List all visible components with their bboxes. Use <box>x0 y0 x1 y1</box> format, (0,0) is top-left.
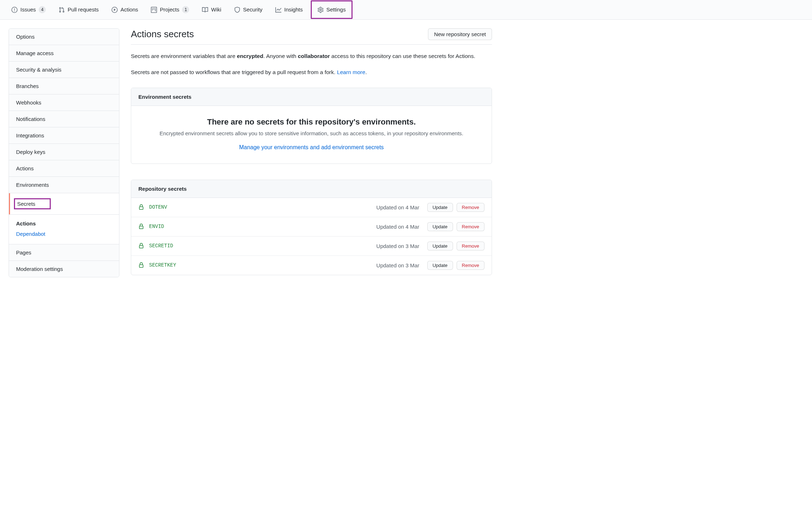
secret-name: SECRETKEY <box>149 262 176 268</box>
secret-updated: Updated on 3 Mar <box>377 262 419 268</box>
new-repository-secret-button[interactable]: New repository secret <box>428 28 492 40</box>
sidebar-item-integrations[interactable]: Integrations <box>9 127 119 144</box>
sidebar-item-branches[interactable]: Branches <box>9 78 119 94</box>
secret-row: SECRETKEY Updated on 3 Mar Update Remove <box>131 256 492 275</box>
sidebar-item-options[interactable]: Options <box>9 29 119 45</box>
secret-row: DOTENV Updated on 4 Mar Update Remove <box>131 198 492 217</box>
tab-label: Actions <box>120 4 138 15</box>
sidebar-item-secrets[interactable]: Secrets <box>9 193 119 215</box>
sidebar-secrets-subnav: Actions Dependabot <box>9 215 119 244</box>
sidebar-sub-actions[interactable]: Actions <box>16 218 112 229</box>
repository-secrets-panel: Repository secrets DOTENV Updated on 4 M… <box>131 180 492 275</box>
tab-label: Insights <box>284 4 303 15</box>
sidebar-item-label: Secrets <box>14 198 51 209</box>
tab-label: Projects <box>160 4 179 15</box>
book-icon <box>202 7 208 13</box>
remove-secret-button[interactable]: Remove <box>457 242 484 250</box>
sidebar-sub-dependabot[interactable]: Dependabot <box>16 229 112 239</box>
manage-environments-link[interactable]: Manage your environments and add environ… <box>239 144 384 150</box>
intro-line-1: Secrets are environment variables that a… <box>131 52 492 61</box>
secret-updated: Updated on 4 Mar <box>377 204 419 210</box>
panel-header: Repository secrets <box>131 180 492 198</box>
secret-row: SECRETID Updated on 3 Mar Update Remove <box>131 237 492 256</box>
issue-opened-icon <box>11 7 18 13</box>
graph-icon <box>275 7 281 13</box>
blankslate-subtitle: Encrypted environment secrets allow you … <box>146 130 477 136</box>
tab-insights[interactable]: Insights <box>270 1 309 18</box>
lock-icon <box>138 262 144 268</box>
update-secret-button[interactable]: Update <box>427 222 453 231</box>
lock-icon <box>138 243 144 249</box>
remove-secret-button[interactable]: Remove <box>457 203 484 212</box>
secret-updated: Updated on 3 Mar <box>377 243 419 249</box>
settings-sidebar: Options Manage access Security & analysi… <box>9 28 119 277</box>
sidebar-item-deploy-keys[interactable]: Deploy keys <box>9 144 119 160</box>
sidebar-item-webhooks[interactable]: Webhooks <box>9 94 119 111</box>
main-content: Actions secrets New repository secret Se… <box>131 28 492 277</box>
secret-updated: Updated on 4 Mar <box>377 224 419 230</box>
repo-nav: Issues 4 Pull requests Actions Projects … <box>0 0 812 20</box>
tab-security[interactable]: Security <box>228 1 268 18</box>
tab-settings[interactable]: Settings <box>311 0 353 19</box>
sidebar-item-notifications[interactable]: Notifications <box>9 111 119 127</box>
tab-projects[interactable]: Projects 1 <box>145 1 195 18</box>
environment-secrets-panel: Environment secrets There are no secrets… <box>131 88 492 164</box>
git-pull-request-icon <box>59 7 65 13</box>
sidebar-item-environments[interactable]: Environments <box>9 177 119 193</box>
intro-line-2: Secrets are not passed to workflows that… <box>131 68 492 77</box>
panel-header: Environment secrets <box>131 88 492 106</box>
env-blankslate: There are no secrets for this repository… <box>131 106 492 164</box>
tab-wiki[interactable]: Wiki <box>196 1 227 18</box>
tab-label: Pull requests <box>68 4 99 15</box>
secret-row: ENVID Updated on 4 Mar Update Remove <box>131 217 492 237</box>
update-secret-button[interactable]: Update <box>427 261 453 270</box>
shield-icon <box>234 7 240 13</box>
tab-actions[interactable]: Actions <box>106 1 144 18</box>
remove-secret-button[interactable]: Remove <box>457 261 484 270</box>
tab-label: Wiki <box>211 4 221 15</box>
sidebar-item-manage-access[interactable]: Manage access <box>9 45 119 62</box>
sidebar-item-moderation[interactable]: Moderation settings <box>9 261 119 277</box>
project-icon <box>151 7 157 13</box>
update-secret-button[interactable]: Update <box>427 203 453 212</box>
tab-issues[interactable]: Issues 4 <box>6 1 51 18</box>
projects-count: 1 <box>182 6 189 13</box>
learn-more-link[interactable]: Learn more <box>337 69 365 75</box>
issues-count: 4 <box>39 6 46 13</box>
sidebar-item-actions[interactable]: Actions <box>9 160 119 177</box>
page-title: Actions secrets <box>131 29 194 40</box>
remove-secret-button[interactable]: Remove <box>457 222 484 231</box>
play-icon <box>112 7 118 13</box>
tab-label: Security <box>243 4 262 15</box>
update-secret-button[interactable]: Update <box>427 242 453 250</box>
tab-pull-requests[interactable]: Pull requests <box>53 1 104 18</box>
sidebar-item-pages[interactable]: Pages <box>9 244 119 261</box>
sidebar-item-security-analysis[interactable]: Security & analysis <box>9 62 119 78</box>
blankslate-title: There are no secrets for this repository… <box>146 117 477 127</box>
secret-name: SECRETID <box>149 243 173 249</box>
secret-name: ENVID <box>149 224 164 229</box>
lock-icon <box>138 204 144 210</box>
tab-label: Settings <box>326 4 346 15</box>
gear-icon <box>318 7 324 13</box>
tab-label: Issues <box>20 4 36 15</box>
lock-icon <box>138 224 144 229</box>
secret-name: DOTENV <box>149 204 167 210</box>
